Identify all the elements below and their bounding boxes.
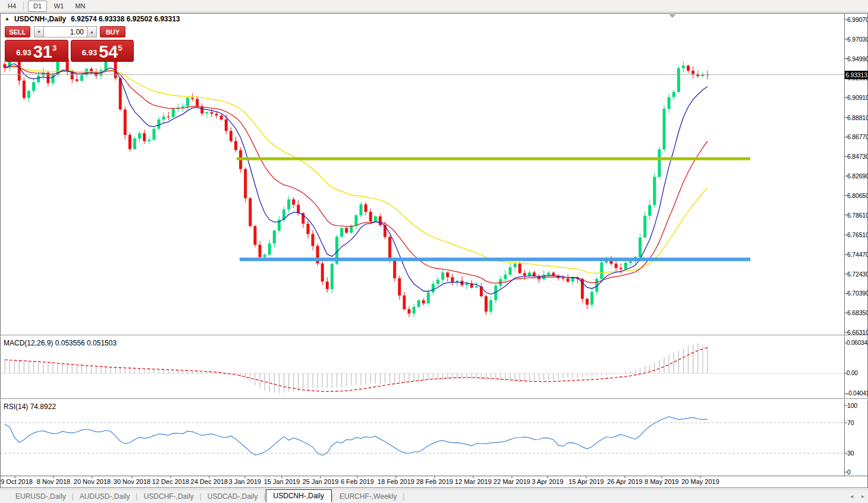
- buy-price-pip: 5: [118, 43, 122, 52]
- rsi-axis-label: 0: [847, 469, 851, 476]
- price-axis-label: 6.66310: [847, 329, 868, 336]
- timeframe-button-h4[interactable]: H4: [2, 1, 21, 12]
- volume-decrease-button[interactable]: ▼: [34, 26, 44, 37]
- date-axis-label: 30 Nov 2018: [114, 478, 150, 485]
- price-axis-label: 6.76510: [847, 231, 868, 238]
- price-axis-label: 6.90910: [847, 94, 868, 101]
- price-axis-label: 6.88810: [847, 114, 868, 121]
- volume-input[interactable]: [44, 26, 87, 37]
- date-axis-label: 22 Mar 2019: [493, 478, 530, 485]
- date-axis-label: 3 Jan 2019: [229, 478, 261, 485]
- chart-tab-usdcnh-daily[interactable]: USDCNH-,Daily: [266, 489, 332, 502]
- sell-price-pip: 3: [52, 43, 56, 52]
- volume-increase-button[interactable]: ▲: [87, 26, 97, 37]
- date-axis-label: 28 Feb 2019: [416, 478, 453, 485]
- price-axis-label: 6.70390: [847, 290, 868, 297]
- chart-tab-usdchf-daily[interactable]: USDCHF-,Daily: [138, 491, 200, 502]
- price-axis-label: 6.80650: [847, 192, 868, 199]
- date-axis-label: 15 Jan 2019: [264, 478, 300, 485]
- rsi-axis-label: 70: [847, 419, 854, 426]
- date-axis-label: 12 Mar 2019: [455, 478, 492, 485]
- date-axis-label: 29 Oct 2018: [0, 478, 33, 485]
- symbol-title: USDCNH-,Daily: [14, 15, 66, 23]
- sell-price-prefix: 6.93: [16, 48, 31, 57]
- price-axis-label: 6.72430: [847, 271, 868, 278]
- timeframe-button-mn[interactable]: MN: [71, 1, 90, 12]
- price-axis-label: 6.99070: [847, 16, 868, 23]
- macd-axis-label: -0.040415: [847, 390, 868, 397]
- toolbar-divider: [23, 1, 24, 11]
- chart-tab-eurusd-daily[interactable]: EURUSD-,Daily: [10, 491, 72, 502]
- sell-price-main: 31: [33, 43, 52, 61]
- date-axis-label: 25 Jan 2019: [303, 478, 339, 485]
- chart-tab-bar: EURUSD-,Daily|AUDUSD-,Daily|USDCHF-,Dail…: [0, 489, 868, 503]
- macd-axis-label: 0.00: [847, 370, 858, 376]
- price-axis-label: 6.74470: [847, 251, 868, 258]
- date-axis-label: 15 Apr 2019: [568, 478, 603, 485]
- rsi-axis-label: 30: [847, 449, 854, 457]
- current-price-tag: 6.93313: [845, 71, 868, 79]
- date-axis-label: 12 Dec 2018: [152, 478, 189, 485]
- tab-scroll-controls: ◂ ▸: [850, 493, 864, 499]
- macd-indicator-label: MACD(12,26,9) 0.053556 0.051503: [4, 339, 117, 347]
- macd-axis-label: 0.060342: [847, 339, 868, 346]
- one-click-trading-widget: SELL ▼ ▲ BUY 6.93 31 3 6.93 54 5: [5, 26, 134, 62]
- price-axis-label: 6.68350: [847, 309, 868, 316]
- rsi-indicator-label: RSI(14) 74.8922: [4, 403, 56, 411]
- rsi-axis-label: 100: [847, 402, 857, 409]
- chart-tab-audusd-daily[interactable]: AUDUSD-,Daily: [74, 491, 136, 502]
- timeframe-button-w1[interactable]: W1: [49, 1, 68, 12]
- tab-scroll-left-icon[interactable]: ◂: [850, 493, 853, 499]
- timeframe-button-d1[interactable]: D1: [28, 1, 47, 12]
- date-axis-label: 26 Apr 2019: [607, 478, 642, 485]
- chart-canvas[interactable]: [0, 0, 868, 503]
- date-axis-label: 8 May 2019: [644, 478, 678, 485]
- date-axis-label: 20 Nov 2018: [74, 478, 111, 485]
- price-axis-label: 6.82690: [847, 172, 868, 180]
- date-axis-label: 8 Nov 2018: [37, 478, 70, 485]
- tab-scroll-right-icon[interactable]: ▸: [861, 493, 864, 499]
- price-axis-label: 6.84730: [847, 153, 868, 160]
- date-axis-label: 24 Dec 2018: [191, 478, 228, 485]
- chart-tab-eurchf-weekly[interactable]: EURCHF-,Weekly: [334, 491, 402, 502]
- price-axis-label: 6.78610: [847, 212, 868, 219]
- buy-button[interactable]: BUY: [100, 26, 125, 37]
- date-axis-label: 20 May 2019: [681, 478, 719, 485]
- chart-tab-usdcad-daily[interactable]: USDCAD-,Daily: [202, 491, 264, 502]
- price-axis-label: 6.86770: [847, 133, 868, 140]
- sell-price-box[interactable]: 6.93 31 3: [5, 40, 68, 62]
- price-axis-label: 6.94990: [847, 55, 868, 62]
- date-axis-label: 18 Feb 2019: [378, 478, 414, 485]
- ohlc-values: 6.92574 6.93338 6.92502 6.93313: [71, 15, 180, 23]
- collapse-panel-icon[interactable]: ▲: [5, 16, 10, 22]
- buy-price-prefix: 6.93: [82, 48, 97, 57]
- buy-price-main: 54: [99, 43, 118, 61]
- date-axis-label: 3 Apr 2019: [532, 478, 563, 485]
- trading-platform-window: H4 D1 W1 MN ▲ USDCNH-,Daily 6.92574 6.93…: [0, 0, 868, 503]
- buy-price-box[interactable]: 6.93 54 5: [71, 40, 134, 62]
- chart-header: ▲ USDCNH-,Daily 6.92574 6.93338 6.92502 …: [5, 15, 180, 23]
- price-axis-label: 6.97030: [847, 36, 868, 43]
- date-axis-label: 6 Feb 2019: [341, 478, 374, 485]
- tab-separator: |: [402, 492, 404, 501]
- timeframe-toolbar: H4 D1 W1 MN: [0, 0, 868, 12]
- sell-button[interactable]: SELL: [5, 26, 30, 37]
